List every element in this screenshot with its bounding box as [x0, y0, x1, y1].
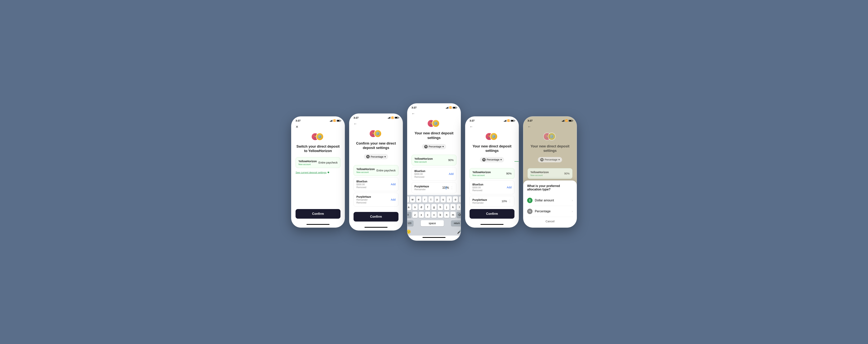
logo-circle-yellow-4: ⚙️	[490, 133, 498, 140]
wifi-icon-3: 📶	[449, 106, 452, 109]
account-add-4b[interactable]: Add	[507, 186, 512, 189]
key-m[interactable]: m	[450, 212, 456, 218]
key-123[interactable]: 123	[407, 220, 413, 226]
modal-option-dollar[interactable]: $ Dollar amount ›	[527, 195, 573, 206]
confirm-button-4[interactable]: Confirm	[469, 209, 515, 219]
percentage-label-5: Percentage	[545, 158, 557, 161]
percentage-dropdown-4[interactable]: % Percentage ▾	[480, 157, 504, 162]
cancel-button-5[interactable]: Cancel	[527, 217, 573, 224]
pct-chevron: ›	[572, 210, 573, 213]
account-value-4a: 90%	[506, 172, 512, 175]
key-return[interactable]: return	[451, 220, 461, 226]
key-r[interactable]: r	[422, 196, 428, 202]
percentage-dropdown-5: % Percentage ▾	[538, 157, 562, 162]
key-j[interactable]: j	[444, 204, 450, 210]
key-b[interactable]: b	[438, 212, 443, 218]
time-3: 3:27	[411, 106, 416, 109]
logo-circles-3: 🏃 ⚙️	[427, 120, 441, 128]
account-name-2a: YellowHorizon	[356, 167, 375, 171]
confirm-button-2[interactable]: Confirm	[353, 212, 399, 221]
signal-icon-3	[446, 107, 448, 108]
account-sub-2b: $300.00	[356, 183, 367, 186]
account-info-2a: YellowHorizon New account	[356, 167, 375, 173]
key-t[interactable]: t	[428, 196, 434, 202]
key-u[interactable]: u	[440, 196, 446, 202]
account-name-3a: YellowHorizon	[414, 157, 433, 160]
battery-icon-4	[510, 120, 515, 122]
time-5: 3:27	[528, 119, 532, 122]
key-e[interactable]: e	[416, 196, 421, 202]
signal-icon-2	[388, 117, 391, 119]
account-sub-4c: Remainder	[472, 201, 487, 204]
account-name-4b: BlueSun	[472, 183, 483, 186]
account-row-purplehaze-4: PurpleHaze Remainder 10% ⋮	[469, 196, 515, 207]
key-shift[interactable]: ⇧	[407, 212, 411, 218]
key-s[interactable]: s	[412, 204, 418, 210]
account-add-2c[interactable]: Add	[391, 198, 396, 201]
account-sub2-3b: Removed	[414, 176, 425, 178]
account-info-4a: YellowHorizon New account	[472, 171, 491, 177]
logo-circles-1: 🏃 ⚙️	[311, 133, 325, 141]
allocation-modal: What is your preferred allocation type? …	[523, 181, 577, 227]
logo-area-3: 🏃 ⚙️	[411, 120, 457, 128]
account-row-yellowhorizon-1: YellowHorizon New account Entire paychec…	[296, 157, 340, 168]
account-sub2-2c: Removed	[356, 201, 371, 204]
account-sub2-4b: Removed	[472, 189, 483, 192]
percentage-dropdown-2[interactable]: % Percentage ▾	[364, 154, 388, 159]
keyboard-row-1: q w e r t y u i o p	[407, 196, 461, 202]
key-d[interactable]: d	[418, 204, 424, 210]
key-space[interactable]: space	[421, 220, 444, 226]
key-x[interactable]: x	[418, 212, 424, 218]
account-info-2b: BlueSun $300.00 Removed	[356, 180, 367, 189]
key-c[interactable]: c	[425, 212, 430, 218]
back-button-5[interactable]: ←	[528, 125, 572, 129]
key-i[interactable]: i	[447, 196, 452, 202]
key-o[interactable]: o	[453, 196, 458, 202]
time-1: 3:27	[296, 119, 301, 122]
key-q[interactable]: q	[407, 196, 409, 202]
phone-2: 3:27 📶 ← 🏃 ⚙️ Confirm your new	[349, 114, 403, 231]
key-backspace[interactable]: ⌫	[457, 212, 461, 218]
mic-icon[interactable]: 🎤	[457, 229, 461, 234]
key-z[interactable]: z	[412, 212, 418, 218]
account-row-purplehaze-3[interactable]: PurpleHaze Remainder 10% ⋮	[411, 182, 457, 193]
key-g[interactable]: g	[431, 204, 437, 210]
account-value-row-3c: 10% ⋮	[442, 186, 454, 190]
logo-area-1: 🏃 ⚙️	[296, 133, 340, 141]
screen4-title: Your new direct deposit settings	[469, 144, 515, 153]
wifi-icon-1: 📶	[333, 119, 336, 122]
account-add-2b[interactable]: Add	[391, 183, 396, 186]
signal-icon-5	[562, 120, 564, 122]
account-value-row-4c: 10% ⋮	[502, 199, 512, 203]
key-h[interactable]: h	[438, 204, 443, 210]
key-n[interactable]: n	[444, 212, 450, 218]
account-info-4b: BlueSun $300.00 Removed	[472, 183, 483, 192]
key-w[interactable]: w	[410, 196, 415, 202]
key-k[interactable]: k	[450, 204, 456, 210]
key-l[interactable]: l	[457, 204, 461, 210]
back-button-4[interactable]: ←	[469, 125, 515, 129]
three-dots-3c[interactable]: ⋮	[450, 186, 454, 190]
modal-option-percentage[interactable]: % Percentage ›	[527, 206, 573, 217]
emoji-icon[interactable]: 🙂	[407, 229, 411, 234]
percentage-dropdown-3[interactable]: % Percentage ▾	[422, 144, 446, 149]
back-button-2[interactable]: ←	[353, 122, 399, 126]
account-add-3b[interactable]: Add	[449, 173, 454, 176]
screen4-content: ← 🏃 ⚙️ Your new direct deposit settings …	[465, 123, 519, 222]
see-current-link[interactable]: See current deposit settings	[296, 171, 340, 174]
key-f[interactable]: f	[425, 204, 430, 210]
screen1-title: Switch your direct deposit to YellowHori…	[296, 144, 340, 153]
key-p[interactable]: p	[459, 196, 461, 202]
account-value-3a: 90%	[448, 159, 454, 162]
key-y[interactable]: y	[435, 196, 440, 202]
key-a[interactable]: a	[407, 204, 411, 210]
logo-circle-yellow-2: ⚙️	[374, 130, 381, 137]
three-dots-4c[interactable]: ⋮	[508, 199, 512, 203]
back-button-3[interactable]: ←	[411, 112, 457, 116]
close-button-1[interactable]: ✕	[296, 125, 340, 129]
logo-circle-yellow-1: ⚙️	[316, 133, 323, 140]
status-icons-4: 📶	[504, 119, 515, 122]
key-v[interactable]: v	[431, 212, 437, 218]
confirm-button-1[interactable]: Confirm	[296, 209, 340, 219]
screen2-title: Confirm your new direct deposit settings	[353, 141, 399, 150]
